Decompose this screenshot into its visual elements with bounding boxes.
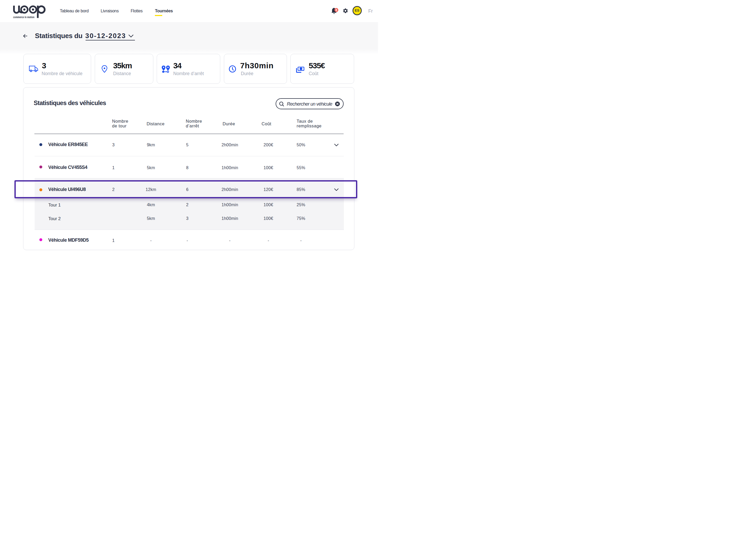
svg-text:commerce in motion: commerce in motion bbox=[13, 16, 34, 19]
svg-text:8: 8 bbox=[336, 8, 337, 12]
